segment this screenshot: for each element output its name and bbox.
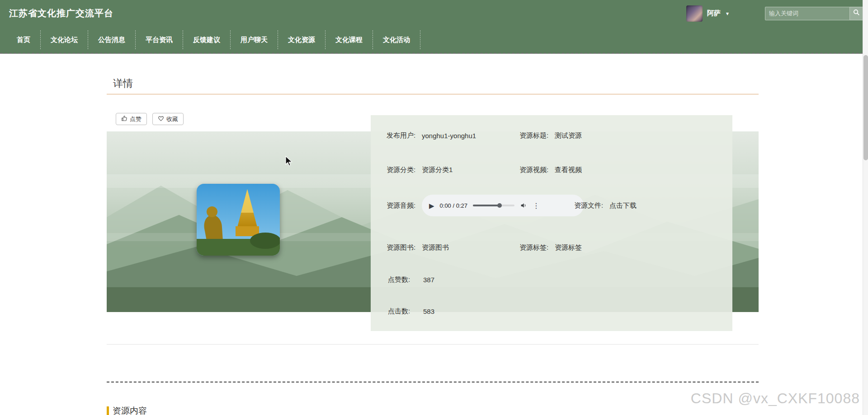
search-button[interactable] [850, 7, 863, 20]
likes-count-value: 387 [423, 276, 434, 284]
book-value: 资源图书 [422, 243, 449, 252]
content-divider [107, 344, 759, 345]
play-icon[interactable]: ▶ [429, 202, 434, 209]
resource-title-label: 资源标题: [519, 131, 555, 140]
volume-icon[interactable] [520, 202, 527, 209]
resource-detail-panel: 发布用户: yonghu1-yonghu1 资源标题: 测试资源 资源分类: 资… [371, 115, 732, 331]
audio-seek-slider[interactable] [473, 205, 514, 206]
book-label: 资源图书: [387, 243, 422, 252]
nav-item-course[interactable]: 文化课程 [326, 30, 373, 49]
search-input[interactable] [765, 7, 850, 20]
view-video-link[interactable]: 查看视频 [555, 166, 582, 174]
like-label: 点赞 [130, 115, 142, 123]
pagoda-photo [197, 184, 280, 256]
top-header: 江苏省文化推广交流平台 阿萨 ▾ [0, 0, 868, 27]
clicks-count-value: 583 [423, 308, 434, 315]
favorite-label: 收藏 [166, 115, 178, 123]
dashed-divider [107, 382, 759, 382]
resource-thumbnail-image[interactable] [197, 184, 280, 256]
nav-item-forum[interactable]: 文化论坛 [41, 30, 88, 49]
site-title: 江苏省文化推广交流平台 [9, 7, 113, 19]
nav-item-resource[interactable]: 文化资源 [278, 30, 326, 49]
clicks-count-label: 点击数: [388, 307, 423, 316]
nav-item-notice[interactable]: 公告消息 [88, 30, 136, 49]
audio-time: 0:00 / 0:27 [440, 202, 467, 209]
heart-icon [158, 115, 164, 123]
audio-player[interactable]: ▶ 0:00 / 0:27 ⋮ [422, 195, 584, 216]
tag-value: 资源标签 [555, 243, 582, 252]
audio-progress-fill [473, 205, 499, 206]
favorite-button[interactable]: 收藏 [152, 113, 184, 125]
video-label: 资源视频: [519, 166, 555, 174]
category-value: 资源分类1 [422, 166, 453, 174]
section-accent-bar [107, 406, 109, 415]
search-icon [853, 9, 860, 18]
kebab-menu-icon[interactable]: ⋮ [533, 201, 540, 210]
username[interactable]: 阿萨 [707, 9, 721, 18]
main-nav: 首页 文化论坛 公告消息 平台资讯 反馈建议 用户聊天 文化资源 文化课程 文化… [0, 27, 868, 54]
download-link[interactable]: 点击下载 [609, 201, 637, 210]
vertical-scrollbar[interactable] [863, 0, 868, 415]
nav-item-feedback[interactable]: 反馈建议 [183, 30, 231, 49]
nav-item-home[interactable]: 首页 [6, 30, 41, 49]
title-underline [107, 94, 759, 94]
nav-item-activity[interactable]: 文化活动 [373, 30, 420, 49]
file-label: 资源文件: [574, 201, 609, 210]
csdn-watermark: CSDN @vx_CXKF10088 [691, 390, 860, 407]
scrollbar-thumb[interactable] [863, 55, 868, 160]
mouse-cursor [285, 156, 295, 168]
publisher-label: 发布用户: [387, 131, 422, 140]
tag-label: 资源标签: [519, 243, 555, 252]
audio-row: 资源音频: ▶ 0:00 / 0:27 ⋮ 资源文件: 点击下载 [371, 195, 732, 216]
user-avatar[interactable] [686, 5, 703, 22]
section-title: 资源内容 [113, 405, 147, 415]
section-header: 资源内容 [107, 405, 147, 415]
category-label: 资源分类: [387, 166, 422, 174]
publisher-value: yonghu1-yonghu1 [422, 132, 476, 140]
header-search [765, 7, 863, 20]
likes-count-label: 点赞数: [388, 275, 423, 284]
action-buttons: 点赞 收藏 [116, 113, 184, 125]
chevron-down-icon[interactable]: ▾ [726, 10, 729, 17]
nav-item-news[interactable]: 平台资讯 [136, 30, 183, 49]
resource-title-value: 测试资源 [555, 131, 582, 140]
audio-label: 资源音频: [387, 201, 422, 210]
like-button[interactable]: 点赞 [116, 113, 147, 125]
audio-seek-thumb[interactable] [497, 203, 502, 208]
page-title: 详情 [113, 77, 133, 90]
header-right-cluster: 阿萨 ▾ [686, 0, 863, 27]
nav-item-chat[interactable]: 用户聊天 [231, 30, 278, 49]
thumbs-up-icon [121, 115, 127, 123]
